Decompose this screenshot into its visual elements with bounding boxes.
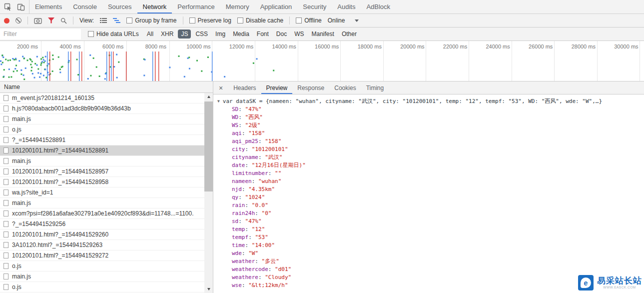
inspect-element-icon[interactable] — [4, 3, 12, 11]
detail-tab-headers[interactable]: Headers — [228, 82, 261, 94]
preview-property[interactable]: WS2级 — [217, 122, 640, 130]
preview-property[interactable]: rain24h0 — [217, 210, 640, 218]
request-row[interactable]: o.js — [0, 282, 204, 292]
preview-property[interactable]: WD西风 — [217, 114, 640, 122]
request-row[interactable]: o.js — [0, 124, 204, 135]
request-row[interactable]: h.js?080dabacb001ad3dc8b9b9049b36d43b — [0, 104, 204, 114]
request-row[interactable]: xcom?psi=f2861a6afae302791a0e1e40920cf89… — [0, 208, 204, 219]
waterfall-overview-chart[interactable] — [0, 52, 644, 81]
preview-property[interactable]: SD47% — [217, 106, 640, 114]
search-icon[interactable] — [60, 18, 67, 24]
panel-tab-sources[interactable]: Sources — [102, 0, 137, 14]
request-list-scrollbar[interactable] — [204, 93, 213, 293]
overview-strip[interactable]: 2000 ms4000 ms6000 ms8000 ms10000 ms1200… — [0, 41, 644, 82]
scrollbar-thumb[interactable] — [204, 102, 213, 192]
waterfall-view-icon[interactable] — [113, 18, 120, 24]
tabbar-icons — [0, 0, 29, 14]
property-key: WS — [232, 122, 245, 128]
panel-tab-memory[interactable]: Memory — [220, 0, 255, 14]
filter-icon[interactable] — [48, 18, 54, 24]
panel-tab-performance[interactable]: Performance — [172, 0, 220, 14]
filter-type-img[interactable]: Img — [212, 30, 228, 38]
preview-root-line[interactable]: ▼var dataSK = {nameen: "wuhan", cityname… — [217, 98, 640, 106]
request-row[interactable]: 101200101.html?_=1544941528957 — [0, 166, 204, 177]
request-row[interactable]: wa.js?site_id=1 — [0, 188, 204, 198]
request-row[interactable]: main.js — [0, 272, 204, 282]
request-row[interactable]: main.js — [0, 198, 204, 208]
name-column-header[interactable]: Name — [0, 82, 213, 93]
request-row[interactable]: main.js — [0, 114, 204, 124]
filter-type-media[interactable]: Media — [230, 30, 252, 38]
preview-property[interactable]: wse&lt;12km/h — [217, 282, 640, 290]
detail-tab-cookies[interactable]: Cookies — [329, 82, 361, 94]
preview-property[interactable]: weathercoded01 — [217, 266, 640, 274]
capture-screenshots-icon[interactable] — [34, 18, 42, 24]
preview-root-text: var dataSK = {nameen: "wuhan", cityname:… — [223, 98, 602, 104]
request-row[interactable]: m_event.js?20181214_160135 — [0, 93, 204, 104]
time-tick-label: 24000 ms — [486, 44, 510, 50]
detail-tab-response[interactable]: Response — [292, 82, 329, 94]
request-row[interactable]: 3A10120.html?_=1544941529263 — [0, 240, 204, 250]
scroll-up-button[interactable] — [204, 93, 213, 100]
property-value: 47% — [245, 106, 262, 112]
device-toolbar-icon[interactable] — [17, 3, 25, 11]
disable-cache-checkbox[interactable]: Disable cache — [237, 17, 283, 24]
filter-type-font[interactable]: Font — [254, 30, 272, 38]
preview-property[interactable]: aqi_pm25158 — [217, 138, 640, 146]
panel-tab-application[interactable]: Application — [255, 0, 298, 14]
record-button[interactable] — [4, 18, 9, 24]
clear-icon[interactable] — [15, 18, 21, 24]
filter-type-js[interactable]: JS — [178, 30, 191, 38]
preview-property[interactable]: aqi158 — [217, 130, 640, 138]
request-row[interactable]: 101200101.html?_=1544941528958 — [0, 177, 204, 188]
preserve-log-checkbox[interactable]: Preserve log — [189, 17, 231, 24]
preview-property[interactable]: tempf53 — [217, 234, 640, 242]
preview-property[interactable]: sd47% — [217, 218, 640, 226]
filter-type-doc[interactable]: Doc — [273, 30, 290, 38]
filter-type-other[interactable]: Other — [339, 30, 360, 38]
preview-property[interactable]: time14:00 — [217, 242, 640, 250]
filter-type-all[interactable]: All — [144, 30, 156, 38]
list-view-icon[interactable] — [100, 18, 107, 24]
close-icon[interactable]: × — [213, 82, 228, 94]
preview-property[interactable]: temp12 — [217, 226, 640, 234]
filter-type-ws[interactable]: WS — [291, 30, 307, 38]
filter-type-xhr[interactable]: XHR — [158, 30, 176, 38]
preview-property[interactable]: njd4.35km — [217, 186, 640, 194]
panel-tab-elements[interactable]: Elements — [29, 0, 67, 14]
expand-triangle-icon[interactable]: ▼ — [217, 98, 220, 106]
preview-property[interactable]: weathereCloudy — [217, 274, 640, 282]
preview-property[interactable]: cityname武汉 — [217, 154, 640, 162]
request-row[interactable]: ?_=1544941528891 — [0, 135, 204, 146]
preview-property[interactable]: rain0.0 — [217, 202, 640, 210]
panel-tab-audits[interactable]: Audits — [332, 0, 361, 14]
preview-property[interactable]: wdeW — [217, 250, 640, 258]
preview-property[interactable]: date12月16日(星期日) — [217, 162, 640, 170]
preview-property[interactable]: limitnumber — [217, 170, 640, 178]
request-row[interactable]: o.js — [0, 261, 204, 272]
scroll-down-button[interactable] — [204, 286, 213, 293]
filter-type-manifest[interactable]: Manifest — [309, 30, 337, 38]
detail-tab-preview[interactable]: Preview — [261, 82, 293, 94]
preview-property[interactable]: qy1024 — [217, 194, 640, 202]
preview-property[interactable]: weather多云 — [217, 258, 640, 266]
offline-checkbox[interactable]: Offline — [296, 17, 321, 24]
filter-input[interactable] — [0, 29, 81, 40]
panel-tab-adblock[interactable]: AdBlock — [361, 0, 396, 14]
group-by-frame-checkbox[interactable]: Group by frame — [126, 17, 176, 24]
panel-tab-network[interactable]: Network — [137, 0, 172, 14]
detail-tab-timing[interactable]: Timing — [361, 82, 389, 94]
request-row[interactable]: 101200101.html?_=1544941528891 — [0, 146, 204, 156]
panel-tab-security[interactable]: Security — [297, 0, 332, 14]
hide-data-urls-checkbox[interactable]: Hide data URLs — [88, 30, 139, 38]
request-row[interactable]: 101200101.html?_=1544941529260 — [0, 230, 204, 240]
request-row[interactable]: 101200101.html?_=1544941529272 — [0, 250, 204, 261]
panel-tab-console[interactable]: Console — [67, 0, 102, 14]
request-row[interactable]: main.js — [0, 156, 204, 166]
preview-property[interactable]: nameenwuhan — [217, 178, 640, 186]
preview-property[interactable]: city101200101 — [217, 146, 640, 154]
property-value: Cloudy — [265, 274, 291, 280]
request-row[interactable]: ?_=1544941529256 — [0, 219, 204, 230]
filter-type-css[interactable]: CSS — [192, 30, 211, 38]
throttling-dropdown[interactable]: Online — [328, 17, 359, 24]
